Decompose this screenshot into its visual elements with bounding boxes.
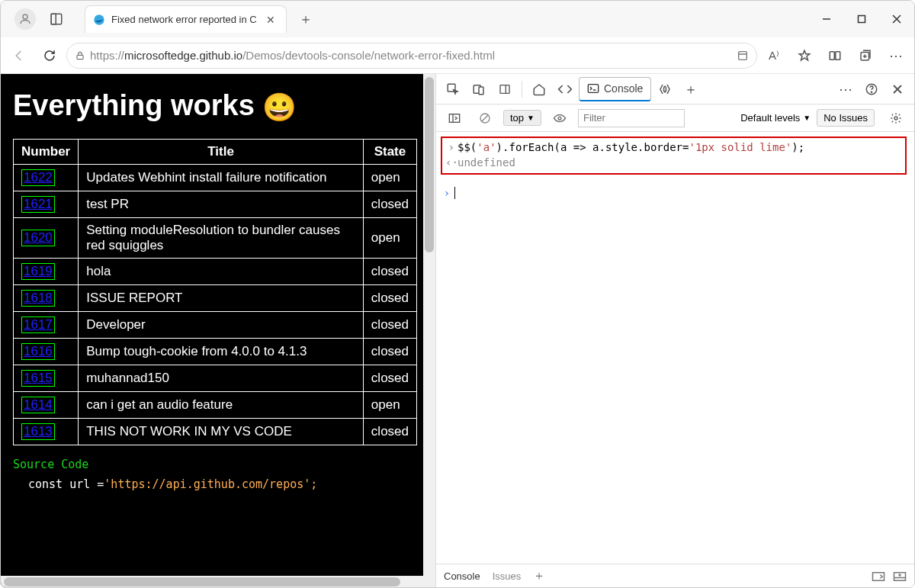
table-row: 1616Bump tough-cookie from 4.0.0 to 4.1.… — [14, 338, 417, 365]
tab-close-icon[interactable]: ✕ — [263, 12, 278, 27]
cell-title: muhannad150 — [79, 365, 364, 391]
drawer-add-tab-icon[interactable]: ＋ — [533, 568, 545, 584]
devtools-close-icon[interactable] — [885, 77, 910, 101]
issue-link[interactable]: 1615 — [21, 370, 55, 387]
console-input-code: $$('a').forEach(a => a.style.border='1px… — [458, 141, 804, 153]
help-icon[interactable] — [859, 77, 884, 101]
cell-number: 1617 — [14, 311, 79, 338]
lock-icon — [75, 50, 85, 61]
minimize-button[interactable] — [809, 4, 844, 34]
favorite-icon[interactable] — [791, 42, 818, 69]
table-row: 1622Updates Webhint install failure noti… — [14, 164, 417, 191]
table-row: 1613THIS NOT WORK IN MY VS CODEclosed — [14, 418, 417, 445]
table-header-row: Number Title State — [14, 139, 417, 164]
welcome-tab-icon[interactable] — [527, 77, 551, 101]
drawer-dock-icon[interactable] — [893, 571, 907, 582]
page-content[interactable]: Everything works 😀 Number Title State 16… — [1, 74, 435, 588]
issue-link[interactable]: 1613 — [21, 423, 55, 440]
cell-number: 1618 — [14, 284, 79, 311]
issue-link[interactable]: 1620 — [21, 230, 55, 246]
issue-link[interactable]: 1618 — [21, 290, 55, 307]
more-tabs-icon[interactable]: ＋ — [679, 77, 703, 101]
collections-icon[interactable] — [852, 42, 879, 69]
maximize-button[interactable] — [844, 4, 879, 34]
console-sidebar-toggle-icon[interactable] — [442, 106, 467, 130]
address-bar: https://microsoftedge.github.io/Demos/de… — [1, 37, 914, 74]
no-issues-button[interactable]: No Issues — [817, 109, 875, 127]
svg-rect-18 — [479, 87, 483, 95]
horizontal-scrollbar[interactable] — [1, 576, 423, 588]
table-row: 1618ISSUE REPORTclosed — [14, 284, 417, 311]
cell-state: open — [363, 164, 416, 191]
table-row: 1619holaclosed — [14, 258, 417, 284]
console-settings-icon[interactable] — [884, 106, 908, 130]
cell-state: closed — [363, 338, 416, 365]
drawer-expand-icon[interactable] — [872, 571, 885, 582]
cell-state: closed — [363, 284, 416, 311]
tab-title: Fixed network error reported in C — [111, 14, 257, 25]
console-toolbar: top ▼ Default levels ▼ No Issues — [436, 104, 914, 132]
svg-rect-28 — [449, 114, 459, 122]
new-tab-button[interactable]: ＋ — [293, 6, 319, 32]
live-expression-icon[interactable] — [547, 106, 572, 130]
svg-point-32 — [558, 117, 561, 120]
console-prompt-line[interactable]: › — [441, 187, 907, 199]
log-levels-selector[interactable]: Default levels ▼ — [740, 112, 811, 124]
svg-point-33 — [894, 117, 897, 120]
cell-state: closed — [363, 418, 416, 445]
split-screen-icon[interactable] — [821, 42, 849, 69]
devtools-drawer: Console Issues ＋ — [436, 564, 914, 588]
text-cursor — [454, 187, 455, 199]
refresh-button[interactable] — [36, 42, 63, 69]
svg-rect-5 — [859, 16, 865, 23]
svg-rect-19 — [500, 85, 509, 93]
page-viewport: Everything works 😀 Number Title State 16… — [1, 74, 435, 588]
issue-link[interactable]: 1619 — [21, 263, 55, 280]
cell-number: 1621 — [14, 191, 79, 217]
devtools-more-icon[interactable]: ⋯ — [833, 77, 858, 101]
cell-title: hola — [79, 258, 364, 284]
sources-tab-icon[interactable] — [653, 77, 677, 101]
inspect-element-icon[interactable] — [441, 77, 465, 101]
app-install-icon[interactable] — [737, 50, 749, 62]
devtools-panel: Console ＋ ⋯ — [435, 74, 914, 588]
vertical-scrollbar[interactable] — [423, 74, 435, 588]
filter-input[interactable] — [578, 109, 685, 127]
cell-state: closed — [363, 191, 416, 217]
context-selector[interactable]: top ▼ — [503, 110, 541, 126]
profile-icon[interactable] — [14, 8, 36, 30]
svg-rect-11 — [830, 51, 834, 59]
issue-link[interactable]: 1617 — [21, 316, 55, 333]
input-chevron-icon: › — [445, 141, 458, 153]
console-output[interactable]: › $$('a').forEach(a => a.style.border='1… — [436, 132, 914, 564]
more-icon[interactable]: ⋯ — [882, 42, 910, 69]
url-input[interactable]: https://microsoftedge.github.io/Demos/de… — [66, 43, 757, 69]
read-aloud-icon[interactable]: A⁾ — [760, 42, 788, 69]
issue-link[interactable]: 1614 — [21, 397, 55, 413]
source-code-label: Source Code — [13, 458, 417, 471]
window-controls — [809, 4, 914, 34]
svg-rect-8 — [77, 55, 83, 59]
dock-side-icon[interactable] — [493, 77, 517, 101]
device-emulation-icon[interactable] — [467, 77, 491, 101]
close-window-button[interactable] — [879, 4, 914, 34]
drawer-console-tab[interactable]: Console — [444, 570, 480, 582]
back-button[interactable] — [5, 42, 33, 69]
clear-console-icon[interactable] — [473, 106, 497, 130]
browser-tab[interactable]: Fixed network error reported in C ✕ — [85, 5, 287, 33]
cell-number: 1616 — [14, 338, 79, 365]
console-tab[interactable]: Console — [579, 77, 651, 101]
issue-link[interactable]: 1616 — [21, 343, 55, 360]
elements-tab-icon[interactable] — [553, 77, 577, 101]
issue-link[interactable]: 1622 — [21, 169, 55, 186]
svg-point-0 — [23, 14, 27, 19]
cell-title: Developer — [79, 311, 364, 338]
url-text: https://microsoftedge.github.io/Demos/de… — [90, 49, 495, 62]
issue-link[interactable]: 1621 — [21, 196, 55, 213]
source-code-line: const url ='https://api.github.com/repos… — [13, 477, 417, 491]
svg-point-3 — [94, 14, 104, 24]
workspaces-icon[interactable] — [43, 6, 69, 32]
cell-state: open — [363, 217, 416, 258]
drawer-issues-tab[interactable]: Issues — [493, 570, 522, 582]
edge-favicon-icon — [93, 14, 105, 26]
